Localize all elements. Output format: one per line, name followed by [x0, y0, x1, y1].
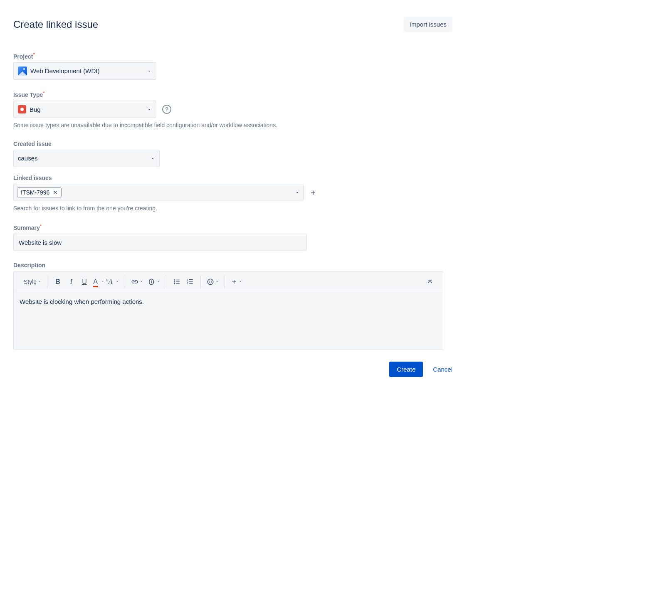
linked-issue-key: ITSM-7996: [21, 189, 49, 196]
summary-label: Summary: [13, 224, 40, 231]
linked-issue-tag: ITSM-7996 ✕: [17, 187, 62, 197]
dialog-footer: Create Cancel: [13, 362, 452, 377]
project-label: Project: [13, 53, 33, 60]
issue-type-field-group: Issue Type* Bug ? Some issue types are u…: [13, 91, 452, 130]
import-issues-button[interactable]: Import issues: [404, 17, 452, 32]
created-issue-select[interactable]: causes: [13, 150, 160, 167]
numbered-list-icon: 123: [186, 278, 194, 286]
dialog-title: Create linked issue: [13, 19, 98, 30]
created-issue-value: causes: [18, 155, 38, 162]
svg-point-15: [209, 281, 210, 281]
chevron-down-icon: [215, 280, 219, 283]
chevron-down-icon: [150, 156, 155, 161]
issue-type-label: Issue Type: [13, 91, 43, 98]
required-indicator: *: [40, 224, 42, 229]
bullet-list-icon: [173, 278, 180, 286]
svg-rect-12: [189, 281, 193, 282]
linked-issues-label: Linked issues: [13, 175, 52, 181]
clear-formatting-button[interactable]: A: [107, 275, 121, 288]
svg-rect-5: [176, 279, 179, 280]
chevron-down-icon: [239, 280, 242, 283]
svg-rect-7: [176, 283, 179, 284]
project-select[interactable]: Web Development (WDI): [13, 62, 156, 80]
description-field-group: Description Style B I U A A: [13, 262, 452, 350]
description-textarea[interactable]: Website is clocking when performing acti…: [14, 292, 443, 350]
add-linked-issue-icon[interactable]: ＋: [309, 187, 317, 197]
chevron-down-icon: [38, 280, 41, 283]
bullet-list-button[interactable]: [170, 275, 183, 288]
bug-icon: [18, 105, 26, 113]
link-icon: [131, 278, 138, 286]
help-icon[interactable]: ?: [162, 105, 171, 114]
cancel-button[interactable]: Cancel: [433, 366, 452, 373]
link-button[interactable]: [129, 275, 145, 288]
insert-more-button[interactable]: [229, 275, 244, 288]
created-issue-label: Created issue: [13, 140, 52, 147]
svg-rect-13: [189, 283, 193, 284]
svg-rect-11: [189, 279, 193, 280]
svg-rect-6: [176, 281, 179, 282]
chevron-down-icon: [101, 280, 104, 283]
svg-point-3: [174, 281, 175, 282]
chevron-down-icon: [116, 280, 119, 283]
style-dropdown[interactable]: Style: [22, 275, 43, 288]
dialog-header: Create linked issue Import issues: [13, 17, 452, 32]
attachment-icon: [147, 278, 156, 286]
chevron-down-icon: [295, 190, 300, 195]
underline-button[interactable]: U: [78, 275, 91, 288]
clear-format-icon: A: [109, 278, 113, 286]
created-issue-field-group: Created issue causes: [13, 140, 452, 167]
project-value: Web Development (WDI): [30, 67, 99, 74]
issue-type-value: Bug: [30, 106, 41, 113]
svg-point-16: [211, 281, 212, 281]
required-indicator: *: [33, 52, 35, 57]
summary-input[interactable]: [13, 234, 307, 251]
project-field-group: Project* Web Development (WDI): [13, 52, 452, 80]
editor-toolbar: Style B I U A A: [14, 271, 443, 292]
bold-button[interactable]: B: [52, 275, 64, 288]
linked-issues-select[interactable]: ITSM-7996 ✕: [13, 184, 304, 201]
numbered-list-button[interactable]: 123: [184, 275, 196, 288]
issue-type-helper: Some issue types are unavailable due to …: [13, 121, 452, 130]
italic-button[interactable]: I: [65, 275, 77, 288]
svg-text:3: 3: [187, 282, 188, 285]
linked-issues-helper: Search for issues to link to from the on…: [13, 205, 452, 213]
chevron-down-icon: [140, 280, 143, 283]
svg-point-14: [208, 279, 213, 285]
text-color-button[interactable]: A: [91, 275, 106, 288]
chevron-down-icon: [147, 69, 152, 74]
create-button[interactable]: Create: [389, 362, 423, 377]
emoji-icon: [207, 278, 214, 286]
emoji-button[interactable]: [205, 275, 220, 288]
svg-point-4: [174, 283, 175, 284]
collapse-icon: [426, 278, 434, 286]
collapse-toolbar-button[interactable]: [424, 275, 436, 288]
chevron-down-icon: [147, 107, 152, 112]
plus-icon: [231, 278, 237, 285]
required-indicator: *: [43, 91, 44, 96]
svg-point-2: [174, 279, 175, 281]
linked-issues-field-group: Linked issues ITSM-7996 ✕ ＋ Search for i…: [13, 175, 452, 213]
issue-type-select[interactable]: Bug: [13, 101, 156, 118]
chevron-down-icon: [157, 280, 160, 283]
project-avatar-icon: [18, 67, 27, 76]
style-label: Style: [24, 278, 37, 285]
description-label: Description: [13, 262, 45, 269]
attachment-button[interactable]: [146, 275, 162, 288]
text-color-icon: A: [93, 278, 98, 286]
remove-tag-icon[interactable]: ✕: [53, 189, 58, 196]
summary-field-group: Summary*: [13, 224, 452, 251]
description-editor: Style B I U A A: [13, 271, 443, 350]
